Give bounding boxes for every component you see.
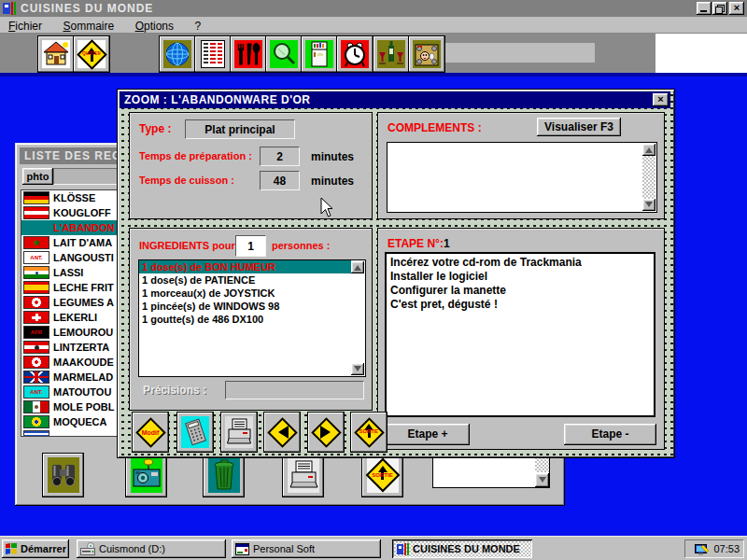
print-recipe-button[interactable] (220, 412, 258, 453)
minimize-button[interactable] (697, 2, 712, 15)
task-personal-soft[interactable]: Personal Soft (232, 539, 381, 558)
cook-time-label: Temps de cuisson : (139, 175, 234, 186)
binoculars-button[interactable] (42, 453, 84, 497)
quit-button[interactable]: QUITTER (73, 35, 110, 73)
flag-partial-icon (24, 431, 49, 437)
task-label: Cuismond (D:) (99, 543, 165, 554)
world-button[interactable] (159, 35, 196, 73)
bottom-listbox-scroll-down[interactable] (535, 473, 549, 487)
delete-button[interactable] (203, 453, 245, 497)
dialog-close-button[interactable]: × (653, 93, 669, 106)
ingredients-for-label: INGREDIENTS pour (139, 240, 235, 251)
timer-button[interactable] (336, 35, 374, 73)
flag-germany-icon (24, 192, 49, 203)
calculator-button[interactable] (176, 412, 214, 453)
list-button[interactable] (194, 35, 232, 73)
mouse-cursor (320, 197, 335, 223)
gadget-icon (413, 40, 441, 68)
scroll-down-arrow[interactable] (351, 363, 364, 375)
etape-plus-button[interactable]: Etape + (386, 424, 470, 445)
start-button[interactable]: Démarrer (2, 539, 69, 558)
task-cuisines-du-monde[interactable]: CUISINES DU MONDE (392, 539, 532, 558)
sortie-list-button[interactable]: SORTIE (361, 453, 403, 497)
persons-label: personnes : (272, 240, 330, 251)
globe-icon (163, 40, 191, 68)
search-button[interactable] (265, 35, 303, 73)
close-button[interactable]: × (729, 2, 744, 15)
cd-drive-icon (80, 542, 95, 555)
flag-tunisia-icon (24, 297, 49, 308)
app-icon (397, 543, 409, 555)
sortie-sign-icon: SORTIE (367, 457, 399, 493)
gadget-button[interactable] (408, 35, 445, 73)
dialog-titlebar[interactable]: ZOOM : L'ABANDONWARE D'OR (120, 91, 670, 108)
ledger-icon (201, 40, 225, 68)
print-list-button[interactable] (282, 453, 324, 497)
ingredient-row[interactable]: 1 dose(s) de PATIENCE (139, 273, 351, 287)
ingredient-row[interactable]: 1 morceau(x) de JOYSTICK (139, 287, 351, 300)
menu-fichier[interactable]: Fichier (0, 18, 50, 35)
etape-textarea[interactable]: Incérez votre cd-rom de Trackmania Insta… (385, 252, 655, 417)
sortie-dialog-button[interactable]: SORTIE (350, 412, 388, 453)
type-field[interactable]: Plat principal (185, 119, 295, 139)
previous-recipe-button[interactable] (263, 412, 301, 453)
sortie-sign-icon: SORTIE (355, 416, 383, 448)
ingredients-scrollbar[interactable] (351, 261, 364, 375)
photo-header-button[interactable]: phto (22, 168, 53, 185)
wine-button[interactable] (373, 35, 410, 73)
task-label: CUISINES DU MONDE (413, 543, 520, 554)
scroll-down-arrow[interactable] (642, 199, 655, 211)
home-button[interactable] (37, 35, 75, 73)
next-recipe-button[interactable] (307, 412, 345, 453)
flag-india-icon (24, 267, 49, 278)
type-label: Type : (139, 122, 171, 135)
visualiser-button[interactable]: Visualiser F3 (537, 118, 621, 136)
tray-display-icon[interactable] (695, 542, 710, 555)
desktop: CUISINES DU MONDE × Fichier Sommaire Opt… (0, 0, 747, 560)
printer-icon (288, 457, 319, 493)
camera-icon (131, 457, 162, 493)
scroll-track[interactable] (642, 156, 655, 199)
modif-sign-icon: Modif (136, 416, 164, 448)
precisions-label: Précisions : (143, 384, 206, 397)
etape-label: ETAPE N°: (388, 237, 444, 250)
flag-brazil-icon (24, 416, 49, 427)
ingredients-panel: INGREDIENTS pour 1 personnes : 1 dose(s)… (129, 228, 373, 411)
ingredient-row[interactable]: 1 goutte(s) de 486 DX100 (139, 313, 351, 326)
etape-panel: ETAPE N°: 1 Incérez votre cd-rom de Trac… (377, 228, 665, 450)
flag-spain-icon (24, 282, 49, 293)
prep-time-field[interactable]: 2 (260, 147, 300, 166)
menu-help[interactable]: ? (186, 18, 209, 35)
precisions-field[interactable] (225, 381, 364, 399)
fridge-button[interactable] (301, 35, 338, 73)
etape-line: C'est pret, dégusté ! (390, 298, 650, 312)
persons-field[interactable]: 1 (235, 235, 266, 257)
binoculars-icon (48, 457, 79, 493)
flag-mexico-icon (24, 401, 49, 413)
menu-options[interactable]: Options (127, 18, 182, 35)
bottom-listbox[interactable] (432, 455, 550, 488)
ingredient-row[interactable]: 1 pincée(s) de WINDOWS 98 (139, 300, 351, 313)
ingredients-listbox[interactable]: 1 dose(s) de BON HUMEUR 1 dose(s) de PAT… (138, 259, 366, 377)
restore-button[interactable] (712, 2, 727, 15)
complements-label: COMPLEMENTS : (388, 121, 482, 134)
scroll-up-arrow[interactable] (351, 261, 364, 273)
etape-minus-button[interactable]: Etape - (564, 424, 656, 445)
dialog-title: ZOOM : L'ABANDONWARE D'OR (124, 93, 311, 106)
scroll-up-arrow[interactable] (642, 144, 655, 156)
cutlery-button[interactable] (230, 35, 267, 73)
task-cuismond[interactable]: Cuismond (D:) (77, 539, 226, 558)
cook-minutes-label: minutes (311, 175, 354, 188)
scroll-track[interactable] (351, 273, 364, 363)
complements-panel: COMPLEMENTS : Visualiser F3 (377, 112, 665, 219)
cook-time-field[interactable]: 48 (260, 171, 300, 190)
menu-sommaire[interactable]: Sommaire (54, 18, 122, 35)
wine-icon (377, 40, 405, 68)
complements-scrollbar[interactable] (642, 144, 655, 211)
flag-africa-icon: AFR (24, 327, 49, 338)
ingredient-row-selected[interactable]: 1 dose(s) de BON HUMEUR (139, 260, 351, 273)
modify-button[interactable]: Modif (132, 412, 169, 453)
toolbar-right-panel (655, 34, 747, 73)
complements-textarea[interactable] (387, 142, 657, 213)
camera-button[interactable] (125, 453, 167, 497)
